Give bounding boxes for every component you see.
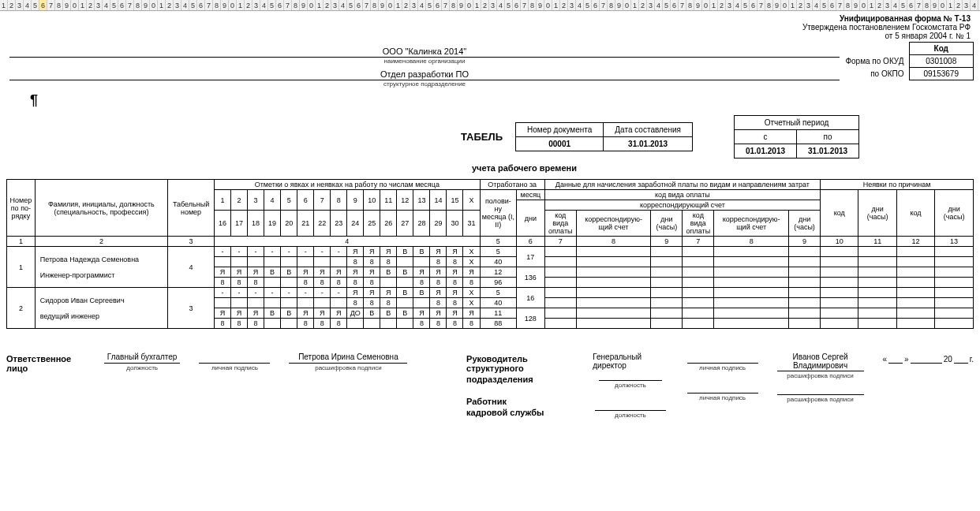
date-month-1[interactable] xyxy=(911,352,942,364)
mark-cell[interactable]: Я xyxy=(231,267,248,278)
hours-cell[interactable] xyxy=(380,278,397,288)
ruler-col[interactable]: 3 xyxy=(16,0,24,10)
mark-cell[interactable]: - xyxy=(281,288,297,298)
ruler-col[interactable]: 3 xyxy=(331,0,339,10)
ruler-col[interactable]: 1 xyxy=(789,0,797,10)
mark-cell[interactable]: Я xyxy=(380,247,397,257)
responsible-signature[interactable] xyxy=(199,352,270,364)
abs-cell[interactable] xyxy=(896,298,934,308)
mark-cell[interactable]: - xyxy=(215,288,231,298)
mark-cell[interactable]: Я xyxy=(447,308,463,319)
pay-cell[interactable] xyxy=(789,298,821,308)
pay-cell[interactable] xyxy=(714,319,789,329)
ruler-col[interactable]: 5 xyxy=(32,0,39,10)
mark-cell[interactable]: В xyxy=(364,308,380,319)
hours-cell[interactable]: 8 xyxy=(430,319,447,329)
ruler-col[interactable]: 9 xyxy=(63,0,71,10)
hours-cell[interactable]: 8 xyxy=(347,298,364,308)
pay-cell[interactable] xyxy=(683,278,714,288)
ruler-col[interactable]: 2 xyxy=(718,0,726,10)
hours-cell[interactable]: 8 xyxy=(248,319,264,329)
pay-cell[interactable] xyxy=(576,288,651,298)
mark-cell[interactable]: ДО xyxy=(347,308,364,319)
mark-cell[interactable]: Я xyxy=(215,267,231,278)
mark-cell[interactable]: - xyxy=(215,247,231,257)
mark-cell[interactable]: Я xyxy=(430,308,447,319)
mark-cell[interactable]: - xyxy=(264,288,281,298)
pay-cell[interactable] xyxy=(544,298,576,308)
pay-cell[interactable] xyxy=(714,278,789,288)
ruler-col[interactable]: 3 xyxy=(252,0,260,10)
hours-cell[interactable] xyxy=(331,257,347,267)
hours-cell[interactable] xyxy=(413,298,430,308)
ruler-col[interactable]: 1 xyxy=(158,0,166,10)
ruler-col[interactable]: 6 xyxy=(513,0,521,10)
ruler-col[interactable]: 6 xyxy=(750,0,757,10)
ruler-col[interactable]: 9 xyxy=(931,0,939,10)
hours-cell[interactable] xyxy=(264,257,281,267)
abs-cell[interactable] xyxy=(858,267,896,278)
ruler-col[interactable]: 7 xyxy=(126,0,134,10)
hours-cell[interactable] xyxy=(264,298,281,308)
hours-cell[interactable] xyxy=(314,298,331,308)
pay-cell[interactable] xyxy=(651,308,683,319)
ruler-col[interactable]: 4 xyxy=(655,0,663,10)
mark-cell[interactable]: - xyxy=(297,247,314,257)
hours-cell[interactable] xyxy=(397,319,413,329)
ruler-col[interactable]: 1 xyxy=(631,0,639,10)
hours-cell[interactable]: 8 xyxy=(248,278,264,288)
hours-cell[interactable] xyxy=(380,319,397,329)
pay-cell[interactable] xyxy=(683,257,714,267)
pay-cell[interactable] xyxy=(576,308,651,319)
ruler-col[interactable]: 7 xyxy=(757,0,765,10)
mark-cell[interactable]: В xyxy=(397,288,413,298)
pay-cell[interactable] xyxy=(789,319,821,329)
ruler-col[interactable]: 6 xyxy=(829,0,836,10)
hours-cell[interactable] xyxy=(397,257,413,267)
ruler-col[interactable]: 6 xyxy=(671,0,679,10)
hr-decipher[interactable] xyxy=(777,384,864,395)
ruler-col[interactable]: 3 xyxy=(489,0,497,10)
hours-cell[interactable]: 8 xyxy=(215,319,231,329)
pay-cell[interactable] xyxy=(683,247,714,257)
pay-cell[interactable] xyxy=(651,278,683,288)
ruler-col[interactable]: 0 xyxy=(939,0,947,10)
abs-cell[interactable] xyxy=(935,308,974,319)
ruler-col[interactable]: 6 xyxy=(276,0,284,10)
ruler-col[interactable]: 6 xyxy=(39,0,47,10)
ruler-col[interactable]: 2 xyxy=(8,0,16,10)
ruler-col[interactable]: 3 xyxy=(410,0,418,10)
ruler-col[interactable]: 6 xyxy=(197,0,205,10)
hours-cell[interactable] xyxy=(297,298,314,308)
mark-cell[interactable]: - xyxy=(314,288,331,298)
mark-cell[interactable]: Я xyxy=(314,267,331,278)
ruler-col[interactable]: 4 xyxy=(339,0,347,10)
pay-cell[interactable] xyxy=(789,308,821,319)
mark-cell[interactable]: Я xyxy=(430,247,447,257)
abs-cell[interactable] xyxy=(935,267,974,278)
hours-cell[interactable]: 8 xyxy=(430,257,447,267)
ruler-col[interactable]: 3 xyxy=(805,0,813,10)
head-signature[interactable] xyxy=(687,352,758,364)
ruler-col[interactable]: 8 xyxy=(450,0,458,10)
mark-cell[interactable]: В xyxy=(281,267,297,278)
ruler-col[interactable]: 5 xyxy=(347,0,355,10)
ruler-col[interactable]: 5 xyxy=(584,0,592,10)
ruler-col[interactable]: 6 xyxy=(118,0,126,10)
mark-cell[interactable]: - xyxy=(331,288,347,298)
hours-cell[interactable] xyxy=(281,257,297,267)
pay-cell[interactable] xyxy=(789,288,821,298)
ruler-col[interactable]: 4 xyxy=(576,0,584,10)
mark-cell[interactable]: Я xyxy=(248,267,264,278)
pay-cell[interactable] xyxy=(714,308,789,319)
hours-cell[interactable]: 8 xyxy=(447,257,463,267)
hours-cell[interactable] xyxy=(397,278,413,288)
abs-cell[interactable] xyxy=(896,288,934,298)
pay-cell[interactable] xyxy=(789,257,821,267)
hours-cell[interactable] xyxy=(397,298,413,308)
hours-cell[interactable] xyxy=(231,257,248,267)
abs-cell[interactable] xyxy=(935,278,974,288)
pay-cell[interactable] xyxy=(714,288,789,298)
ruler-col[interactable]: 5 xyxy=(900,0,907,10)
abs-cell[interactable] xyxy=(858,247,896,257)
